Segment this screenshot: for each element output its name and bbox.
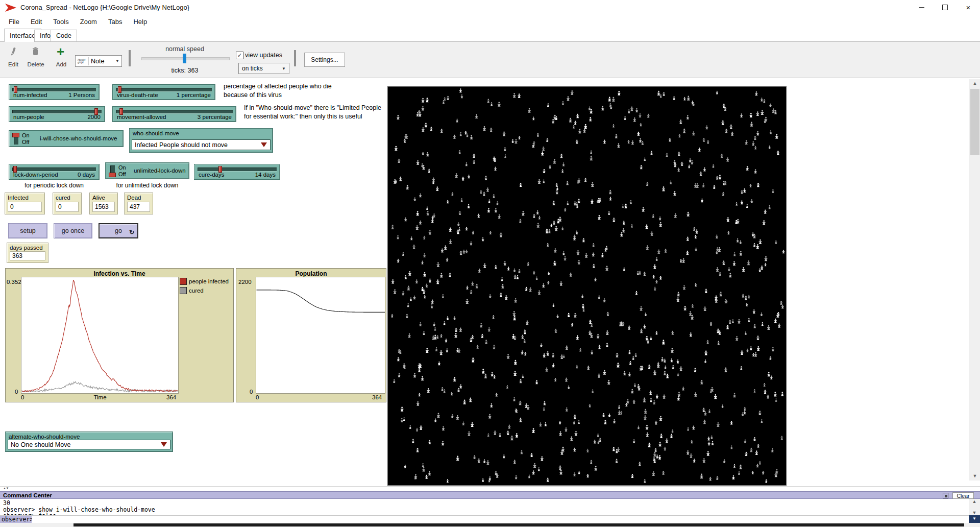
- monitor-days-passed: days passed363: [7, 243, 48, 263]
- slider-track: [198, 167, 277, 172]
- switch-on-off-labels: OnOff: [118, 164, 126, 178]
- menu-tools[interactable]: Tools: [48, 16, 73, 27]
- slider-num-infected[interactable]: num-infected 1 Persons: [9, 84, 100, 100]
- scroll-up-icon[interactable]: ▲: [969, 79, 980, 88]
- tab-strip: Interface Info Code: [0, 28, 980, 42]
- plot-title: Infection vs. Time: [6, 270, 233, 277]
- monitor-dead: Dead437: [124, 193, 153, 214]
- input-history-dropdown[interactable]: ▼: [969, 515, 980, 523]
- slider-name: virus-death-rate: [117, 92, 158, 98]
- slider-value: 14 days: [255, 172, 276, 178]
- slider-cure-days[interactable]: cure-days 14 days: [194, 164, 280, 180]
- maximize-button[interactable]: [933, 0, 957, 15]
- delete-tool-label[interactable]: Delete: [24, 61, 47, 67]
- chooser-name: alternate-who-should-move: [9, 434, 80, 440]
- monitor-infected: Infected0: [5, 193, 45, 214]
- chooser-value-box[interactable]: Infected People should not move: [132, 139, 271, 150]
- toolbar-separator: [129, 50, 131, 66]
- chevron-down-icon: [261, 142, 267, 147]
- go-once-button[interactable]: go once: [54, 223, 92, 238]
- switch-i-will-chose-who-should-move[interactable]: OnOff i-will-chose-who-should-move: [9, 130, 124, 147]
- x-min-label: 0: [256, 394, 259, 400]
- slider-name: lock-down-period: [13, 172, 58, 178]
- menu-tabs[interactable]: Tabs: [104, 16, 127, 27]
- command-center-input-row: observer>: [0, 515, 969, 523]
- title-bar: Corona_Spread - NetLogo {H:\Google Drive…: [0, 0, 980, 15]
- menu-zoom[interactable]: Zoom: [76, 16, 102, 27]
- switch-handle[interactable]: [12, 133, 19, 137]
- monitor-value: 437: [127, 202, 150, 212]
- world-view[interactable]: [387, 86, 787, 486]
- switch-unlimited-lock-down[interactable]: OnOff unlimited-lock-down: [105, 162, 189, 179]
- y-min-label: 0: [15, 389, 18, 395]
- legend-swatch-red: [180, 278, 187, 285]
- add-plus-icon[interactable]: +: [57, 44, 64, 60]
- go-button[interactable]: go ↻: [99, 223, 138, 238]
- vertical-scrollbar[interactable]: ▲ ▼: [969, 79, 980, 481]
- horizontal-scrollbar[interactable]: [0, 523, 969, 527]
- slider-track: [116, 88, 212, 92]
- switch-name: unlimited-lock-down: [134, 167, 186, 174]
- slider-virus-death-rate[interactable]: virus-death-rate 1 percentage: [112, 84, 215, 100]
- switch-on-off-labels: OnOff: [22, 132, 30, 146]
- caption-periodic-lockdown: for periodic lock down: [9, 182, 100, 189]
- menu-help[interactable]: Help: [129, 16, 152, 27]
- x-max-label: 364: [166, 394, 176, 400]
- scrollbar-thumb[interactable]: [970, 89, 979, 155]
- slider-movement-allowed[interactable]: movement-allowed 3 percentage: [112, 106, 236, 122]
- scrollbar-thumb[interactable]: [74, 523, 964, 526]
- close-button[interactable]: ×: [957, 0, 980, 15]
- command-center-header: Command Center Clear: [0, 491, 980, 499]
- speed-slider-thumb[interactable]: [183, 54, 186, 63]
- slider-lock-down-period[interactable]: lock-down-period 0 days: [9, 164, 100, 180]
- go-button-label: go: [115, 227, 122, 234]
- y-max-label: 2200: [238, 279, 252, 285]
- switch-handle[interactable]: [109, 173, 116, 177]
- menu-edit[interactable]: Edit: [26, 16, 46, 27]
- settings-button[interactable]: Settings...: [304, 53, 345, 67]
- slider-num-people[interactable]: num-people 2000: [9, 106, 105, 122]
- detach-icon[interactable]: [943, 493, 948, 498]
- widget-type-value: Note: [91, 58, 115, 65]
- minimize-button[interactable]: [910, 0, 933, 15]
- command-center-splitter[interactable]: ▲ ▼: [0, 486, 980, 491]
- x-axis-label: Time: [72, 394, 128, 400]
- add-tool-label[interactable]: Add: [51, 61, 71, 67]
- chooser-value-box[interactable]: No One should Move: [8, 440, 170, 449]
- chooser-alternate-who-should-move[interactable]: alternate-who-should-move No One should …: [5, 432, 173, 452]
- toolbar: Edit Delete + Add Abc defghi jkl Note ▼ …: [0, 42, 980, 78]
- tab-code[interactable]: Code: [51, 30, 77, 42]
- y-max-label: 0.352: [7, 279, 21, 285]
- forever-icon: ↻: [129, 229, 134, 236]
- view-updates-label[interactable]: view updates: [245, 52, 282, 59]
- setup-button[interactable]: setup: [8, 223, 47, 238]
- caption-unlimited-lockdown: for unlimited lock down: [105, 182, 189, 189]
- chevron-down-icon: [161, 442, 167, 447]
- note-preview-icon: Abc defghi jkl: [78, 57, 89, 65]
- note-death-rate: percentage of affected people who diebec…: [224, 82, 366, 100]
- slider-value: 3 percentage: [198, 114, 232, 120]
- slider-track: [12, 110, 102, 114]
- chooser-value: Infected People should not move: [135, 141, 228, 149]
- edit-pencil-icon[interactable]: [9, 47, 17, 56]
- command-scrollbar[interactable]: ▲ ▼: [969, 499, 980, 515]
- scroll-down-icon[interactable]: ▼: [969, 472, 980, 481]
- y-min-label: 0: [250, 389, 253, 395]
- update-mode-value: on ticks: [242, 65, 263, 72]
- plot-population: Population 2200 0 0 364: [236, 268, 386, 402]
- chooser-who-should-move[interactable]: who-should-move Infected People should n…: [129, 128, 273, 153]
- view-updates-checkbox[interactable]: ✓: [236, 52, 243, 59]
- ticks-counter: ticks: 363: [149, 67, 220, 74]
- toolbar-separator: [294, 50, 296, 66]
- update-mode-dropdown[interactable]: on ticks ▼: [238, 63, 289, 74]
- edit-tool-label[interactable]: Edit: [3, 61, 23, 67]
- monitor-value: 0: [56, 202, 79, 212]
- widget-type-dropdown[interactable]: Abc defghi jkl Note ▼: [75, 55, 122, 67]
- scroll-up-icon[interactable]: ▲: [969, 498, 980, 505]
- slider-value: 2000: [87, 114, 101, 120]
- legend-cured: cured: [180, 287, 204, 294]
- delete-trash-icon[interactable]: [32, 46, 39, 56]
- plot-infection-vs-time: Infection vs. Time 0.352 0 0 Time 364 pe…: [5, 268, 234, 402]
- menu-file[interactable]: File: [4, 16, 24, 27]
- legend-swatch-gray: [180, 287, 187, 294]
